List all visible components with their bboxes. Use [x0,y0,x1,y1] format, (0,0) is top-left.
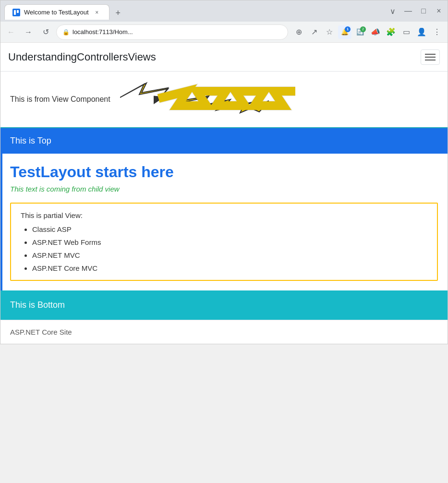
extension2-icon[interactable]: 🔄2 [353,25,367,39]
list-item: ASP.NET Web Forms [32,238,427,246]
view-component-text: This is from View Component [10,95,110,104]
list-item: ASP.NET Core MVC [32,264,427,272]
left-highlight [0,154,2,290]
maximize-button[interactable]: □ [419,7,428,15]
top-section-text: This is Top [10,136,51,145]
partial-view-list: Classic ASP ASP.NET Web Forms ASP.NET MV… [21,225,427,272]
partial-view-title: This is partial View: [21,211,427,219]
chevron-down-icon[interactable]: ∨ [388,7,398,16]
brand-name: UnderstandingControllersViews [8,51,421,63]
list-item: Classic ASP [32,225,427,233]
view-component-section: This is from View Component [0,72,448,128]
active-tab[interactable]: Welcome to TestLayout × [4,4,109,20]
zoom-icon[interactable]: ⊕ [292,25,305,39]
tab-favicon [12,9,20,16]
close-button[interactable]: × [434,7,444,15]
partial-view-box: This is partial View: Classic ASP ASP.NE… [10,203,438,281]
extension1-icon[interactable]: 🔔1 [338,25,351,39]
list-item: ASP.NET MVC [32,251,427,259]
url-text: localhost:7113/Hom... [73,28,133,36]
top-section: This is Top [0,128,448,154]
new-tab-button[interactable]: + [111,6,125,20]
back-button[interactable]: ← [4,25,18,39]
browser-window: Welcome to TestLayout × + ∨ — □ × ← → ↺ … [0,0,448,344]
title-bar: Welcome to TestLayout × + ∨ — □ × [0,0,448,22]
svg-rect-0 [14,10,16,15]
navbar: UnderstandingControllersViews [0,43,448,72]
hamburger-line-2 [425,57,436,58]
hamburger-line-3 [425,60,436,60]
footer-text: ASP.NET Core Site [10,328,72,336]
page-content: UnderstandingControllersViews This is fr… [0,43,448,344]
child-view-text: This text is coming from child view [10,185,438,193]
extension1-badge: 1 [345,26,351,32]
refresh-button[interactable]: ↺ [39,25,52,39]
main-title: TestLayout starts here [10,163,438,181]
bottom-section-text: This is Bottom [10,300,65,310]
lock-icon: 🔒 [62,29,70,36]
main-content: TestLayout starts here This text is comi… [0,154,448,290]
svg-rect-1 [17,10,19,13]
puzzle-icon[interactable]: 🧩 [384,25,398,39]
footer: ASP.NET Core Site [0,320,448,344]
window-controls: ∨ — □ × [388,7,444,16]
bottom-section: This is Bottom [0,290,448,320]
megaphone-icon[interactable]: 📣 [369,25,382,39]
toolbar-icons: ⊕ ↗ ☆ 🔔1 🔄2 📣 🧩 ▭ 👤 ⋮ [292,25,444,39]
address-bar: ← → ↺ 🔒 localhost:7113/Hom... ⊕ ↗ ☆ 🔔1 🔄… [0,22,448,43]
profile-icon[interactable]: 👤 [415,25,428,39]
share-icon[interactable]: ↗ [307,25,321,39]
hamburger-line-1 [425,54,436,55]
bookmark-icon[interactable]: ☆ [323,25,336,39]
tab-title: Welcome to TestLayout [24,9,89,16]
hamburger-button[interactable] [421,49,440,65]
url-box[interactable]: 🔒 localhost:7113/Hom... [56,24,288,40]
zigzag-arrow [154,82,298,117]
minimize-button[interactable]: — [403,7,413,15]
extension2-badge: 2 [360,26,366,32]
menu-icon[interactable]: ⋮ [430,25,444,39]
sidebar-icon[interactable]: ▭ [400,25,413,39]
forward-button[interactable]: → [22,25,35,39]
tab-close-button[interactable]: × [93,8,101,17]
